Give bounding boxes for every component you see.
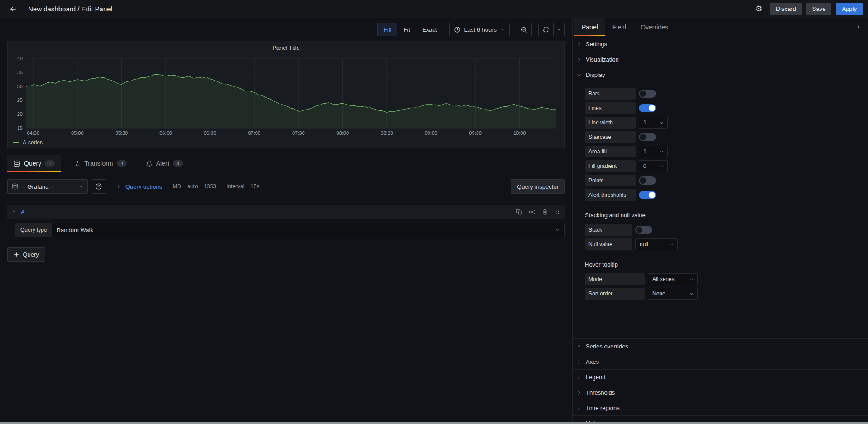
editor-tabs: Query 1 Transform 0 Alert 0 xyxy=(7,155,565,172)
chevron-down-icon xyxy=(659,164,664,169)
svg-text:08:00: 08:00 xyxy=(337,130,349,136)
disable-query-button[interactable] xyxy=(529,209,535,215)
null-value-select[interactable]: null xyxy=(635,238,678,250)
query-options-interval: Interval = 15s xyxy=(227,183,259,190)
option-row-mode: Mode All series xyxy=(585,273,861,285)
sort-order-select[interactable]: None xyxy=(648,288,698,300)
query-type-select[interactable]: Random Walk xyxy=(52,223,565,237)
section-time-regions[interactable]: Time regions xyxy=(573,400,868,415)
duplicate-query-button[interactable] xyxy=(516,209,522,215)
time-range-picker[interactable]: Last 6 hours xyxy=(449,23,510,36)
tab-query[interactable]: Query 1 xyxy=(7,155,61,172)
line-width-select[interactable]: 1 xyxy=(639,117,668,129)
alert-count-badge: 0 xyxy=(173,160,183,167)
hover-tooltip-heading: Hover tooltip xyxy=(585,261,861,268)
svg-text:07:00: 07:00 xyxy=(248,130,260,136)
chevron-down-icon xyxy=(659,149,664,154)
save-button[interactable]: Save xyxy=(806,3,832,15)
query-ref-id[interactable]: A xyxy=(21,209,25,215)
panel-preview: Panel Title 15202530354004:3005:0005:300… xyxy=(7,41,565,148)
section-series-overrides[interactable]: Series overrides xyxy=(573,338,868,354)
fill-gradient-select[interactable]: 0 xyxy=(639,160,668,172)
chevron-down-icon xyxy=(555,227,560,233)
query-options-toggle[interactable]: Query options MD = auto = 1353 Interval … xyxy=(116,183,259,190)
question-circle-icon xyxy=(95,183,102,190)
svg-text:06:00: 06:00 xyxy=(159,130,172,136)
stacking-heading: Stacking and null value xyxy=(585,212,861,219)
option-row-line-width: Line width 1 xyxy=(585,117,861,129)
section-settings[interactable]: Settings xyxy=(573,36,868,52)
query-count-badge: 1 xyxy=(45,160,55,167)
query-card-body: Query type Random Walk xyxy=(7,219,565,237)
section-label: Settings xyxy=(586,41,607,48)
option-row-stack: Stack xyxy=(585,224,861,236)
section-visualization[interactable]: Visualization xyxy=(573,52,868,67)
query-inspector-button[interactable]: Query inspector xyxy=(511,179,565,194)
remove-query-button[interactable] xyxy=(542,209,548,215)
chevron-right-icon xyxy=(855,24,862,30)
stack-toggle[interactable] xyxy=(635,226,652,234)
chevron-right-icon xyxy=(576,57,582,62)
scrollbar-thumb[interactable] xyxy=(0,422,868,424)
chevron-right-icon xyxy=(576,41,582,47)
query-card-header[interactable]: A xyxy=(7,205,565,219)
size-mode-fit[interactable]: Fit xyxy=(397,23,415,36)
chart-area[interactable]: 15202530354004:3005:0005:3006:0006:3007:… xyxy=(8,54,564,137)
size-mode-fill[interactable]: Fill xyxy=(378,23,397,36)
dashboard-settings-button[interactable]: ⚙ xyxy=(752,2,766,16)
tab-alert-label: Alert xyxy=(156,160,169,167)
chevron-right-icon xyxy=(576,390,582,395)
tab-panel[interactable]: Panel xyxy=(574,18,605,36)
datasource-picker[interactable]: -- Grafana -- xyxy=(7,179,88,194)
horizontal-scrollbar[interactable] xyxy=(0,422,868,424)
section-thresholds[interactable]: Thresholds xyxy=(573,385,868,400)
tab-overrides[interactable]: Overrides xyxy=(633,18,675,36)
option-label-alert-thresholds: Alert thresholds xyxy=(585,189,636,201)
tab-transform[interactable]: Transform 0 xyxy=(68,155,133,172)
back-button[interactable] xyxy=(5,1,21,17)
section-display[interactable]: Display xyxy=(573,67,868,82)
drag-query-handle[interactable] xyxy=(555,209,561,215)
svg-text:30: 30 xyxy=(17,84,23,89)
chevron-down-icon xyxy=(576,72,582,78)
chevron-down-icon xyxy=(689,291,694,296)
plus-icon xyxy=(14,252,19,257)
bell-icon xyxy=(146,160,153,167)
chevron-down-icon[interactable] xyxy=(11,209,17,214)
trash-icon xyxy=(542,209,548,215)
area-fill-select[interactable]: 1 xyxy=(639,146,668,157)
collapse-options-button[interactable] xyxy=(851,18,866,36)
chevron-down-icon xyxy=(689,277,694,282)
alert-thresholds-toggle[interactable] xyxy=(639,191,656,199)
tab-field[interactable]: Field xyxy=(605,18,633,36)
size-mode-exact[interactable]: Exact xyxy=(416,23,443,36)
refresh-button[interactable] xyxy=(538,23,554,36)
chart-legend: A-series xyxy=(8,137,564,148)
option-row-alert-thresholds: Alert thresholds xyxy=(585,189,861,201)
staircase-toggle[interactable] xyxy=(639,133,656,141)
option-row-bars: Bars xyxy=(585,88,861,100)
section-legend[interactable]: Legend xyxy=(573,369,868,385)
discard-button[interactable]: Discard xyxy=(770,3,802,15)
lines-toggle[interactable] xyxy=(639,104,656,112)
svg-text:04:30: 04:30 xyxy=(27,130,39,136)
apply-button[interactable]: Apply xyxy=(836,3,863,15)
option-label-sort-order: Sort order xyxy=(585,288,645,300)
tooltip-mode-select[interactable]: All series xyxy=(648,273,698,285)
timeseries-chart[interactable]: 15202530354004:3005:0005:3006:0006:3007:… xyxy=(10,54,562,137)
option-row-null-value: Null value null xyxy=(585,238,861,250)
datasource-help-button[interactable] xyxy=(92,179,106,194)
query-options-md: MD = auto = 1353 xyxy=(173,183,216,190)
bars-toggle[interactable] xyxy=(639,90,656,98)
refresh-interval-button[interactable] xyxy=(554,23,565,36)
legend-series-label[interactable]: A-series xyxy=(23,139,43,146)
query-type-label: Query type xyxy=(15,223,52,237)
zoom-out-button[interactable] xyxy=(516,23,532,36)
options-tabs: Panel Field Overrides xyxy=(573,18,868,36)
top-navbar: New dashboard / Edit Panel ⚙ Discard Sav… xyxy=(0,0,868,18)
tab-alert[interactable]: Alert 0 xyxy=(140,155,189,172)
points-toggle[interactable] xyxy=(639,176,656,185)
add-query-button[interactable]: Query xyxy=(7,247,45,262)
datasource-value: -- Grafana -- xyxy=(22,183,74,190)
section-axes[interactable]: Axes xyxy=(573,354,868,369)
